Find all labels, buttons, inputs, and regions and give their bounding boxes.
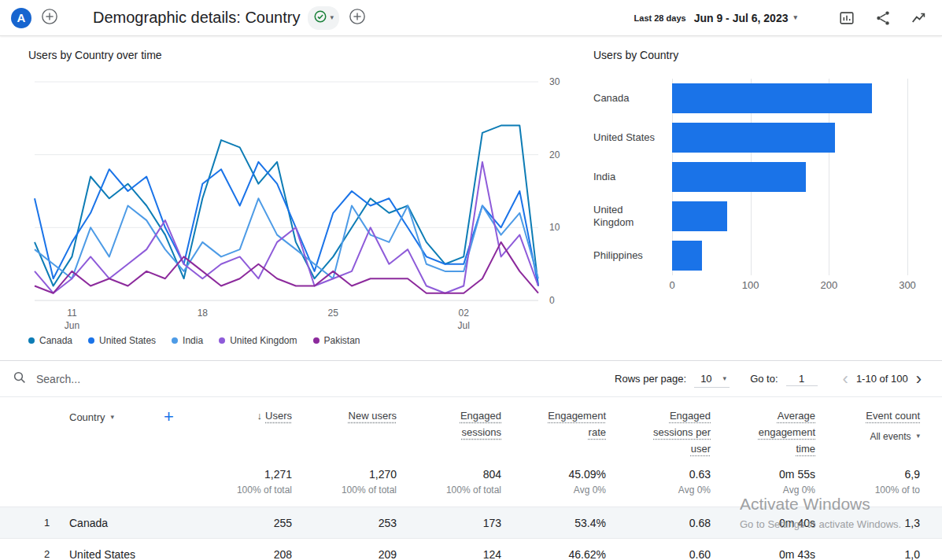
x-axis-tick: Jun xyxy=(65,320,79,331)
top-bar: A Demographic details: Country ▾ Last 28… xyxy=(0,0,942,36)
charts-section: Users by Country over time 010203011Jun1… xyxy=(0,36,942,346)
previous-page-icon[interactable]: ‹ xyxy=(835,370,856,388)
legend-label: India xyxy=(183,335,203,346)
metric-value: 0.60 xyxy=(617,548,722,560)
legend-label: United Kingdom xyxy=(230,335,297,346)
table-row[interactable]: 1Canada25525317353.4%0.680m 40s1,3 xyxy=(0,507,942,538)
analytics-report-page: A Demographic details: Country ▾ Last 28… xyxy=(0,0,942,560)
column-header-new-users[interactable]: New users xyxy=(303,408,408,425)
column-header-label: Average engagement time xyxy=(743,408,815,457)
table-body: 1Canada25525317353.4%0.680m 40s1,32Unite… xyxy=(0,507,942,560)
bar-category-label: United Kingdom xyxy=(593,197,666,236)
totals-subtext: 100% of to xyxy=(826,484,920,496)
legend-item-united-states[interactable]: United States xyxy=(88,335,156,346)
legend-label: Pakistan xyxy=(324,335,360,346)
bar-india[interactable] xyxy=(672,162,806,192)
chevron-down-icon: ▾ xyxy=(793,14,797,21)
bar-canada[interactable] xyxy=(672,83,872,113)
column-header-country[interactable]: Country ▾ + xyxy=(13,408,198,424)
legend-item-canada[interactable]: Canada xyxy=(28,335,72,346)
users-over-time-line-chart[interactable]: 010203011Jun182502Jul xyxy=(28,71,579,332)
legend-item-india[interactable]: India xyxy=(172,335,203,346)
chevron-down-icon: ▾ xyxy=(330,14,334,21)
metric-value: 173 xyxy=(408,517,512,529)
chart-legend: CanadaUnited StatesIndiaUnited KingdomPa… xyxy=(28,335,579,346)
totals-value: 0.63 xyxy=(617,468,711,481)
bar-united-states[interactable] xyxy=(672,123,835,153)
add-column-button[interactable]: + xyxy=(164,410,174,424)
totals-subtext: 100% of total xyxy=(408,484,501,496)
event-filter-label: All events xyxy=(870,431,911,442)
column-header-event-count[interactable]: Event countAll events▾ xyxy=(826,408,931,442)
totals-cell: 1,271100% of total xyxy=(198,468,303,496)
column-header-label: New users xyxy=(349,408,397,425)
sort-descending-icon: ↓ xyxy=(257,410,263,422)
avatar[interactable]: A xyxy=(11,8,31,28)
top-right-controls: Last 28 days Jun 9 - Jul 6, 2023 ▾ xyxy=(634,6,931,30)
pagination-range: 1-10 of 100 xyxy=(856,373,908,385)
add-comparison-button[interactable] xyxy=(345,6,369,30)
metric-value: 1,3 xyxy=(826,517,931,529)
page-title: Demographic details: Country xyxy=(93,9,300,27)
bar-row xyxy=(672,79,907,118)
column-header-average-engagement-time[interactable]: Average engagement time xyxy=(722,408,826,457)
bar-chart-title: Users by Country xyxy=(593,49,907,61)
legend-dot xyxy=(219,337,225,344)
metric-value: 46.62% xyxy=(512,548,617,560)
totals-cell: 6,9100% of to xyxy=(826,468,931,496)
legend-item-pakistan[interactable]: Pakistan xyxy=(313,335,360,346)
report-status-badge[interactable]: ▾ xyxy=(308,6,339,30)
legend-label: United States xyxy=(99,335,156,346)
country-name: United States xyxy=(68,548,198,560)
metric-value: 209 xyxy=(303,548,408,560)
date-preset-label: Last 28 days xyxy=(634,13,686,23)
metric-value: 1,0 xyxy=(826,548,931,560)
bar-row xyxy=(672,236,907,275)
table-header-row: Country ▾ + ↓UsersNew usersEngaged sessi… xyxy=(0,397,942,465)
rows-per-page-value: 10 xyxy=(700,373,711,385)
row-index: 2 xyxy=(13,548,68,560)
totals-subtext: Avg 0% xyxy=(722,484,815,496)
line-chart-panel: Users by Country over time 010203011Jun1… xyxy=(28,49,579,346)
line-chart-title: Users by Country over time xyxy=(28,49,579,61)
chevron-down-icon: ▾ xyxy=(916,433,920,440)
country-header-label: Country xyxy=(69,411,105,423)
legend-dot xyxy=(313,337,320,344)
edit-report-icon[interactable] xyxy=(835,6,859,30)
legend-dot xyxy=(28,337,35,344)
x-axis-tick: 200 xyxy=(820,279,837,291)
event-filter-dropdown[interactable]: All events▾ xyxy=(826,431,920,442)
insights-icon[interactable] xyxy=(907,6,931,30)
legend-item-united-kingdom[interactable]: United Kingdom xyxy=(219,335,297,346)
go-to-page-input[interactable] xyxy=(786,372,818,386)
column-header-engaged-sessions-per-user[interactable]: Engaged sessions per user xyxy=(617,408,722,457)
bar-united-kingdom[interactable] xyxy=(672,201,727,231)
column-header-label: Engaged sessions xyxy=(429,408,501,441)
table-section: Rows per page: 10 ▾ Go to: ‹ 1-10 of 100… xyxy=(0,360,942,560)
legend-label: Canada xyxy=(39,335,72,346)
rows-per-page-label: Rows per page: xyxy=(615,373,686,385)
totals-value: 1,270 xyxy=(303,468,397,481)
bar-philippines[interactable] xyxy=(672,241,702,271)
column-header-label: Engaged sessions per user xyxy=(638,408,711,457)
rows-per-page-select[interactable]: 10 ▾ xyxy=(694,370,730,388)
bar-chart-labels: CanadaUnited StatesIndiaUnited KingdomPh… xyxy=(593,79,672,293)
search-input[interactable] xyxy=(35,372,255,386)
bar-chart-plot: 0100200300 xyxy=(672,79,907,293)
add-shortcut-button[interactable] xyxy=(38,6,61,30)
plus-circle-icon xyxy=(349,8,366,28)
metric-value: 0.68 xyxy=(617,517,722,529)
bar-category-label: Canada xyxy=(593,79,666,118)
date-range-picker[interactable]: Jun 9 - Jul 6, 2023 ▾ xyxy=(694,12,797,24)
users-by-country-bar-chart[interactable]: CanadaUnited StatesIndiaUnited KingdomPh… xyxy=(593,79,907,293)
column-header-users[interactable]: ↓Users xyxy=(198,408,303,425)
next-page-icon[interactable]: › xyxy=(908,370,929,388)
column-header-label: Engagement rate xyxy=(534,408,606,441)
share-icon[interactable] xyxy=(871,6,895,30)
column-header-engagement-rate[interactable]: Engagement rate xyxy=(512,408,617,441)
check-circle-icon xyxy=(313,9,327,27)
column-header-engaged-sessions[interactable]: Engaged sessions xyxy=(408,408,512,441)
go-to-label: Go to: xyxy=(750,373,778,385)
table-totals-row: 1,271100% of total1,270100% of total8041… xyxy=(0,465,942,507)
table-row[interactable]: 2United States20820912446.62%0.600m 43s1… xyxy=(0,538,942,560)
